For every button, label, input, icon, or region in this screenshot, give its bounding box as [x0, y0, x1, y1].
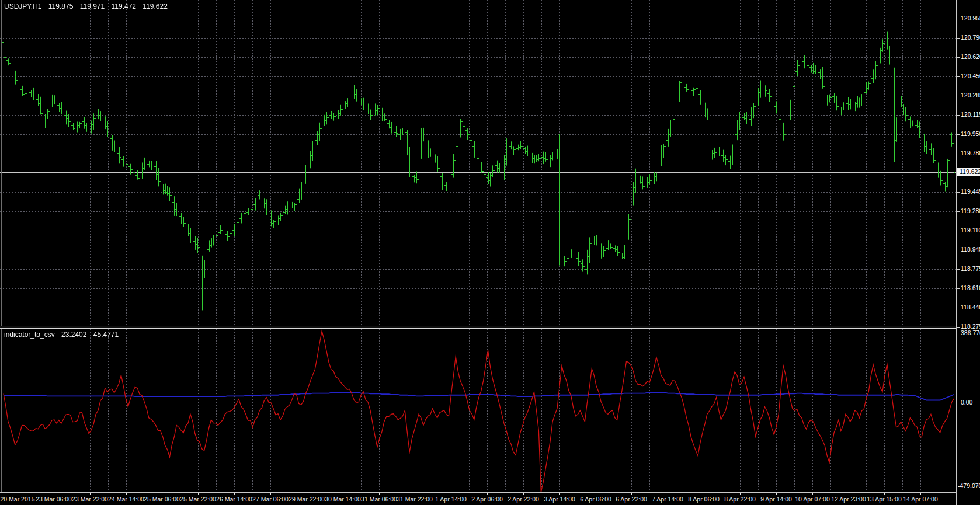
indicator-title: indicator_to_csv 23.2402 45.4771	[4, 330, 123, 339]
time-axis-tick	[379, 493, 380, 495]
price-axis-label: 118.275	[961, 323, 980, 330]
axis-tick	[957, 115, 960, 116]
price-axis-label: 119.780	[961, 149, 980, 156]
time-axis-tick	[415, 493, 415, 495]
price-axis[interactable]: 119.622 386.7768 0.00 -479.0701 120.9551…	[956, 0, 980, 505]
time-axis-tick	[849, 493, 849, 495]
time-axis-tick	[704, 493, 704, 495]
price-axis-label: 118.775	[961, 265, 980, 272]
time-axis-label: 24 Mar 14:00	[108, 496, 144, 503]
time-axis-label: 8 Apr 06:00	[688, 496, 720, 503]
time-axis-label: 6 Apr 06:00	[580, 496, 611, 503]
time-axis-tick	[776, 493, 777, 495]
chart-title: USDJPY,H1 119.875 119.971 119.472 119.62…	[4, 2, 172, 11]
time-axis-tick	[307, 493, 307, 495]
indicator-axis-label-zero: 0.00	[961, 399, 972, 406]
ohlc-high: 119.971	[80, 2, 105, 11]
axis-tick	[957, 96, 960, 96]
price-axis-label: 119.110	[961, 227, 980, 234]
time-axis-tick	[270, 493, 271, 495]
time-axis-tick	[740, 493, 741, 495]
current-price-tag: 119.622	[957, 168, 980, 176]
mt4-chart-window: USDJPY,H1 119.875 119.971 119.472 119.62…	[0, 0, 980, 505]
axis-tick	[957, 308, 960, 308]
time-axis-tick	[523, 493, 524, 495]
symbol-period-label: USDJPY,H1	[4, 2, 41, 11]
time-axis-label: 31 Mar 06:00	[361, 496, 397, 503]
time-axis-label: 1 Apr 14:00	[435, 496, 467, 503]
price-axis-label: 118.610	[961, 284, 980, 291]
time-axis-tick	[198, 493, 199, 495]
time-axis-label: 7 Apr 14:00	[652, 496, 683, 503]
axis-tick	[957, 134, 960, 135]
time-axis-tick	[487, 493, 488, 495]
time-axis-label: 9 Apr 14:00	[760, 496, 792, 503]
axis-tick	[957, 76, 960, 77]
indicator-value-2: 45.4771	[93, 330, 119, 339]
axis-tick	[957, 57, 960, 58]
time-axis-tick	[90, 493, 91, 495]
ohlc-open: 119.875	[48, 2, 74, 11]
time-axis-label: 26 Mar 14:00	[216, 496, 252, 503]
indicator-axis-label-top: 386.7768	[961, 329, 980, 336]
time-axis-label: 2 Apr 22:00	[508, 496, 539, 503]
time-axis-label: 6 Apr 22:00	[616, 496, 647, 503]
time-axis-label: 3 Apr 14:00	[544, 496, 575, 503]
axis-tick	[957, 154, 960, 154]
indicator-value-1: 23.2402	[61, 330, 86, 339]
time-axis[interactable]: 20 Mar 201523 Mar 06:0023 Mar 22:0024 Ma…	[0, 492, 956, 505]
price-axis-label: 120.955	[961, 15, 980, 22]
time-axis-tick	[812, 493, 813, 495]
time-axis-tick	[54, 493, 54, 495]
time-axis-tick	[559, 493, 560, 495]
time-axis-label: 8 Apr 22:00	[724, 496, 756, 503]
price-axis-label: 119.445	[961, 188, 980, 195]
indicator-name-label: indicator_to_csv	[4, 330, 55, 339]
time-axis-tick	[451, 493, 451, 495]
price-axis-label: 120.115	[961, 111, 980, 118]
time-axis-label: 20 Mar 2015	[1, 496, 35, 503]
indicator-axis-label-bottom: -479.0701	[958, 482, 980, 489]
price-axis-label: 119.280	[961, 207, 980, 214]
axis-tick	[957, 403, 960, 403]
axis-tick	[957, 211, 960, 212]
time-axis-label: 23 Mar 06:00	[36, 496, 72, 503]
price-axis-label: 120.790	[961, 34, 980, 41]
price-axis-label: 120.450	[961, 72, 980, 79]
axis-tick	[957, 38, 960, 39]
main-chart-canvas[interactable]	[0, 0, 956, 326]
axis-tick	[957, 269, 960, 270]
price-axis-label: 118.945	[961, 246, 980, 253]
time-axis-label: 25 Mar 22:00	[180, 496, 216, 503]
axis-tick	[957, 250, 960, 250]
time-axis-label: 10 Apr 07:00	[795, 496, 830, 503]
time-axis-tick	[234, 493, 235, 495]
time-axis-label: 30 Mar 14:00	[325, 496, 361, 503]
price-axis-label: 119.950	[961, 130, 980, 137]
time-axis-tick	[596, 493, 596, 495]
time-axis-label: 12 Apr 23:00	[831, 496, 866, 503]
price-axis-label: 120.620	[961, 53, 980, 60]
time-axis-tick	[126, 493, 127, 495]
price-axis-label: 120.285	[961, 92, 980, 99]
axis-tick	[957, 19, 960, 19]
time-axis-label: 31 Mar 22:00	[397, 496, 433, 503]
time-axis-tick	[162, 493, 162, 495]
axis-tick	[957, 192, 960, 193]
chart-left-frame	[1, 0, 2, 492]
time-axis-tick	[343, 493, 343, 495]
window-splitter[interactable]	[0, 328, 956, 329]
price-axis-label: 118.440	[961, 304, 980, 311]
axis-tick	[957, 327, 960, 328]
time-axis-tick	[884, 493, 885, 495]
time-axis-label: 25 Mar 06:00	[144, 496, 180, 503]
axis-tick	[957, 231, 960, 231]
time-axis-label: 13 Apr 15:00	[867, 496, 902, 503]
indicator-canvas[interactable]	[0, 329, 956, 492]
time-axis-label: 29 Mar 22:00	[289, 496, 325, 503]
time-axis-tick	[920, 493, 921, 495]
time-axis-tick	[668, 493, 668, 495]
time-axis-label: 2 Apr 06:00	[471, 496, 503, 503]
time-axis-label: 23 Mar 22:00	[72, 496, 108, 503]
axis-tick	[957, 288, 960, 289]
